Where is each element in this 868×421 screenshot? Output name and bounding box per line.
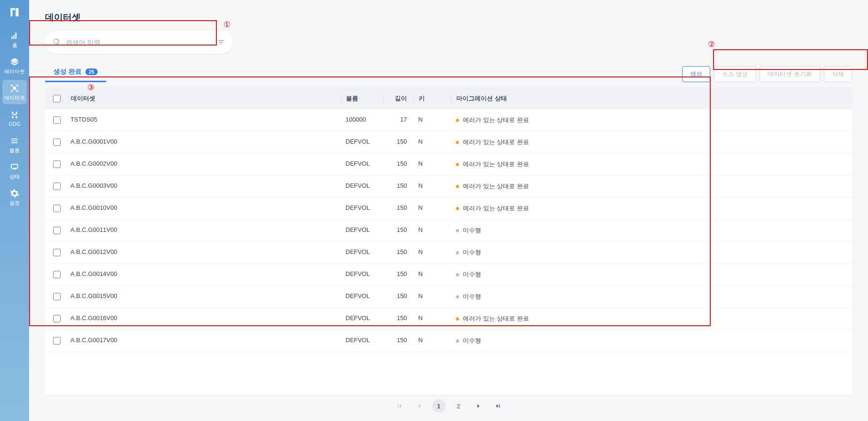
cell-status: 에러가 있는 상태로 완료 — [451, 160, 852, 168]
page-first-icon[interactable] — [393, 399, 406, 413]
cell-volume: DEFVOL — [341, 337, 383, 345]
cell-length: 150 — [383, 182, 414, 191]
cell-length: 150 — [383, 138, 414, 146]
page-next-icon[interactable] — [472, 399, 485, 413]
cell-volume: DEFVOL — [341, 270, 383, 279]
cell-dataset: A.B.C.G0011V00 — [69, 226, 341, 235]
tabs: 생성 완료 25 — [45, 63, 106, 82]
search-icon — [53, 38, 61, 46]
page-last-icon[interactable] — [492, 399, 505, 413]
row-checkbox[interactable] — [53, 271, 61, 278]
row-checkbox[interactable] — [53, 227, 61, 234]
create-source-button[interactable]: 소스 생성 — [714, 66, 756, 82]
table-row[interactable]: A.B.C.G0015V00DEFVOL150N미수행 — [45, 286, 852, 308]
row-checkbox[interactable] — [53, 315, 61, 322]
cell-length: 150 — [383, 226, 414, 235]
table-row[interactable]: TSTDS0510000017N에러가 있는 상태로 완료 — [45, 109, 852, 131]
cell-dataset: A.B.C.G0017V00 — [69, 337, 341, 345]
row-checkbox[interactable] — [53, 337, 61, 344]
cell-key: N — [414, 204, 451, 213]
search-input[interactable] — [66, 38, 217, 46]
filter-icon[interactable] — [217, 38, 225, 46]
table-row[interactable]: A.B.C.G0002V00DEFVOL150N에러가 있는 상태로 완료 — [45, 153, 852, 176]
sidebar-label: 데이터셋 — [4, 94, 25, 101]
cell-key: N — [414, 226, 451, 235]
cell-dataset: A.B.C.G0012V00 — [69, 248, 341, 257]
sidebar-item-status[interactable]: 상태 — [2, 159, 27, 183]
header-status[interactable]: 마이그레이션 상태 — [451, 94, 852, 103]
table-row[interactable]: A.B.C.G0012V00DEFVOL150N미수행 — [45, 242, 852, 264]
page-title: 데이터셋 — [45, 11, 852, 23]
cell-status: 에러가 있는 상태로 완료 — [451, 138, 852, 146]
sidebar-item-gdg[interactable]: GDG — [2, 106, 27, 130]
header-length[interactable]: 길이 — [383, 94, 414, 103]
table-row[interactable]: A.B.C.G0011V00DEFVOL150N미수행 — [45, 220, 852, 242]
cell-length: 150 — [383, 270, 414, 279]
sidebar-item-settings[interactable]: 설정 — [2, 185, 27, 209]
sidebar-item-volume[interactable]: 볼륨 — [2, 132, 27, 157]
tab-completed[interactable]: 생성 완료 25 — [45, 63, 106, 82]
page-prev-icon[interactable] — [413, 399, 426, 413]
tab-label: 생성 완료 — [54, 68, 82, 76]
sidebar-item-layout[interactable]: 레이아웃 — [2, 54, 27, 78]
sidebar: 홈 레이아웃 데이터셋 GDG 볼륨 상태 설정 — [0, 0, 29, 421]
cell-volume: DEFVOL — [341, 138, 383, 146]
status-dot-icon — [456, 273, 459, 276]
cell-key: N — [414, 337, 451, 345]
table-row[interactable]: A.B.C.G0014V00DEFVOL150N미수행 — [45, 264, 852, 286]
cell-dataset: TSTDS05 — [69, 116, 341, 124]
row-checkbox[interactable] — [53, 138, 61, 146]
table-row[interactable]: A.B.C.G0003V00DEFVOL150N에러가 있는 상태로 완료 — [45, 176, 852, 198]
cell-volume: DEFVOL — [341, 226, 383, 235]
cell-length: 150 — [383, 248, 414, 257]
row-checkbox[interactable] — [53, 116, 61, 124]
cell-key: N — [414, 182, 451, 191]
action-buttons: 생성 소스 생성 데이터셋 초기화 삭제 — [682, 66, 852, 82]
cell-key: N — [414, 138, 451, 146]
annotation-1: ① — [223, 20, 230, 30]
status-dot-icon — [456, 295, 459, 299]
status-dot-icon — [456, 339, 459, 343]
row-checkbox[interactable] — [53, 205, 61, 212]
cell-status: 에러가 있는 상태로 완료 — [451, 314, 852, 323]
page-number[interactable]: 2 — [452, 399, 465, 413]
pagination: 1 2 — [45, 395, 852, 414]
reset-dataset-button[interactable]: 데이터셋 초기화 — [760, 66, 820, 82]
header-dataset[interactable]: 데이터셋 — [69, 94, 341, 103]
cell-length: 150 — [383, 292, 414, 301]
sidebar-item-dataset[interactable]: 데이터셋 — [2, 80, 27, 104]
create-button[interactable]: 생성 — [682, 66, 710, 82]
page-number[interactable]: 1 — [432, 399, 446, 413]
cell-status: 미수행 — [451, 248, 852, 257]
table-row[interactable]: A.B.C.G0001V00DEFVOL150N에러가 있는 상태로 완료 — [45, 131, 852, 153]
cell-status: 미수행 — [451, 292, 852, 301]
delete-button[interactable]: 삭제 — [824, 66, 852, 82]
select-all-checkbox[interactable] — [53, 95, 61, 102]
scan-icon — [9, 83, 20, 93]
table-row[interactable]: A.B.C.G0016V00DEFVOL150N에러가 있는 상태로 완료 — [45, 308, 852, 330]
table-body[interactable]: TSTDS0510000017N에러가 있는 상태로 완료A.B.C.G0001… — [45, 109, 852, 395]
cell-dataset: A.B.C.G0010V00 — [69, 204, 341, 213]
header-volume[interactable]: 볼륨 — [341, 94, 383, 103]
cell-volume: DEFVOL — [341, 248, 383, 257]
cell-status: 미수행 — [451, 270, 852, 279]
row-checkbox[interactable] — [53, 293, 61, 300]
status-dot-icon — [456, 251, 459, 254]
header-key[interactable]: 키 — [414, 94, 451, 103]
sidebar-item-home[interactable]: 홈 — [2, 27, 27, 52]
status-dot-icon — [456, 207, 459, 210]
monitor-icon — [9, 162, 20, 172]
row-checkbox[interactable] — [53, 161, 61, 168]
table-row[interactable]: A.B.C.G0010V00DEFVOL150N에러가 있는 상태로 완료 — [45, 198, 852, 220]
row-checkbox[interactable] — [53, 249, 61, 256]
annotation-2: ② — [708, 39, 715, 49]
cell-dataset: A.B.C.G0015V00 — [69, 292, 341, 301]
app-logo — [8, 6, 21, 19]
table-header: 데이터셋 볼륨 길이 키 마이그레이션 상태 — [45, 88, 852, 109]
sidebar-label: 홈 — [12, 42, 17, 49]
cell-status: 미수행 — [451, 337, 852, 345]
cell-key: N — [414, 116, 451, 124]
dataset-table: 데이터셋 볼륨 길이 키 마이그레이션 상태 TSTDS0510000017N에… — [45, 88, 852, 395]
table-row[interactable]: A.B.C.G0017V00DEFVOL150N미수행 — [45, 330, 852, 352]
row-checkbox[interactable] — [53, 183, 61, 190]
